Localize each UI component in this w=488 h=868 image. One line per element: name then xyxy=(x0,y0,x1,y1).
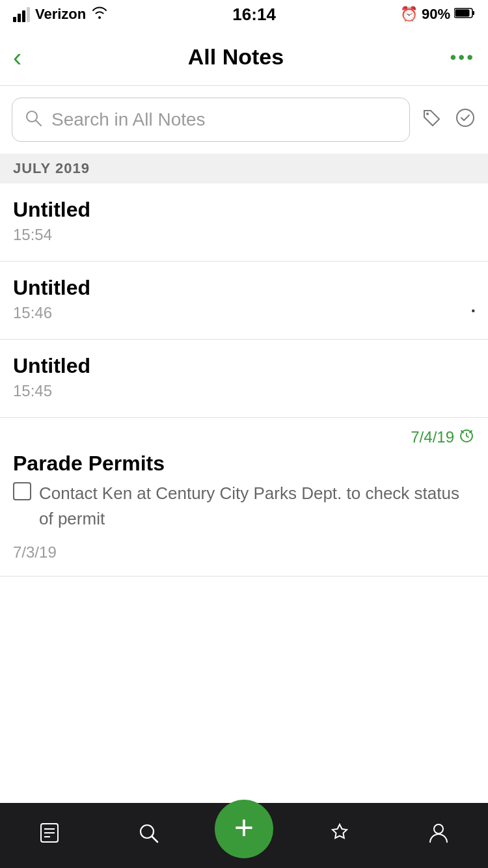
checkbox-icon xyxy=(13,482,31,500)
search-area: Search in All Notes xyxy=(0,86,488,154)
note-preview-text: Contact Ken at Century City Parks Dept. … xyxy=(39,481,475,532)
carrier-label: Verizon xyxy=(35,6,86,23)
svg-point-5 xyxy=(426,113,429,115)
note-time: 7/3/19 xyxy=(13,543,475,562)
status-right: ⏰ 90% xyxy=(400,6,475,23)
alarm-icon: ⏰ xyxy=(400,6,418,23)
search-icon xyxy=(24,109,42,131)
note-time-row: 15:46 • xyxy=(13,300,475,322)
add-note-button[interactable]: + xyxy=(215,800,273,858)
battery-icon xyxy=(454,6,475,23)
note-date-badge: 7/4/19 xyxy=(411,427,475,448)
note-title: Parade Permits xyxy=(13,452,475,476)
filter-icon[interactable] xyxy=(454,107,476,133)
status-time: 16:14 xyxy=(232,5,276,25)
svg-point-6 xyxy=(457,109,474,126)
notes-list: Untitled 15:54 Untitled 15:46 • Untitled… xyxy=(0,183,488,576)
note-dot: • xyxy=(471,305,475,317)
notes-tab-icon xyxy=(37,821,62,850)
tab-favorites[interactable] xyxy=(307,821,372,850)
svg-rect-2 xyxy=(455,10,469,17)
note-time: 15:46 xyxy=(13,304,52,322)
svg-rect-1 xyxy=(472,11,474,15)
status-left: Verizon xyxy=(13,6,108,23)
tag-icon[interactable] xyxy=(420,107,442,133)
note-time: 15:45 xyxy=(13,382,475,400)
search-placeholder: Search in All Notes xyxy=(51,109,206,130)
tab-notes[interactable] xyxy=(17,821,82,850)
note-item[interactable]: Untitled 15:54 xyxy=(0,183,488,262)
search-actions xyxy=(420,107,476,133)
search-tab-icon xyxy=(136,821,161,850)
note-title: Untitled xyxy=(13,198,475,222)
note-title: Untitled xyxy=(13,276,475,300)
note-item[interactable]: Untitled 15:45 xyxy=(0,340,488,418)
note-time: 15:54 xyxy=(13,226,475,244)
signal-bars xyxy=(13,7,30,22)
tab-bar: + xyxy=(0,803,488,868)
section-header: JULY 2019 xyxy=(0,154,488,183)
svg-line-4 xyxy=(36,120,42,126)
tab-search[interactable] xyxy=(116,821,181,850)
svg-point-3 xyxy=(27,111,37,122)
add-icon: + xyxy=(234,811,254,845)
status-bar: Verizon 16:14 ⏰ 90% xyxy=(0,0,488,29)
battery-label: 90% xyxy=(422,6,450,23)
note-item-header: 7/4/19 xyxy=(13,427,475,448)
note-preview: Contact Ken at Century City Parks Dept. … xyxy=(13,481,475,532)
date-badge-text: 7/4/19 xyxy=(411,428,454,446)
nav-bar: ‹ All Notes ••• xyxy=(0,29,488,86)
page-title: All Notes xyxy=(188,44,284,70)
search-box[interactable]: Search in All Notes xyxy=(12,98,410,142)
svg-point-14 xyxy=(434,824,443,834)
svg-line-13 xyxy=(152,837,158,843)
back-button[interactable]: ‹ xyxy=(13,44,21,70)
note-item[interactable]: 7/4/19 Parade Permits Contact Ken at Cen… xyxy=(0,418,488,576)
wifi-icon xyxy=(91,6,108,23)
note-item[interactable]: Untitled 15:46 • xyxy=(0,262,488,340)
profile-tab-icon xyxy=(426,821,451,850)
favorites-tab-icon xyxy=(327,821,352,850)
tab-profile[interactable] xyxy=(406,821,471,850)
alarm-badge-icon xyxy=(458,427,475,448)
note-title: Untitled xyxy=(13,354,475,378)
more-button[interactable]: ••• xyxy=(450,47,475,68)
